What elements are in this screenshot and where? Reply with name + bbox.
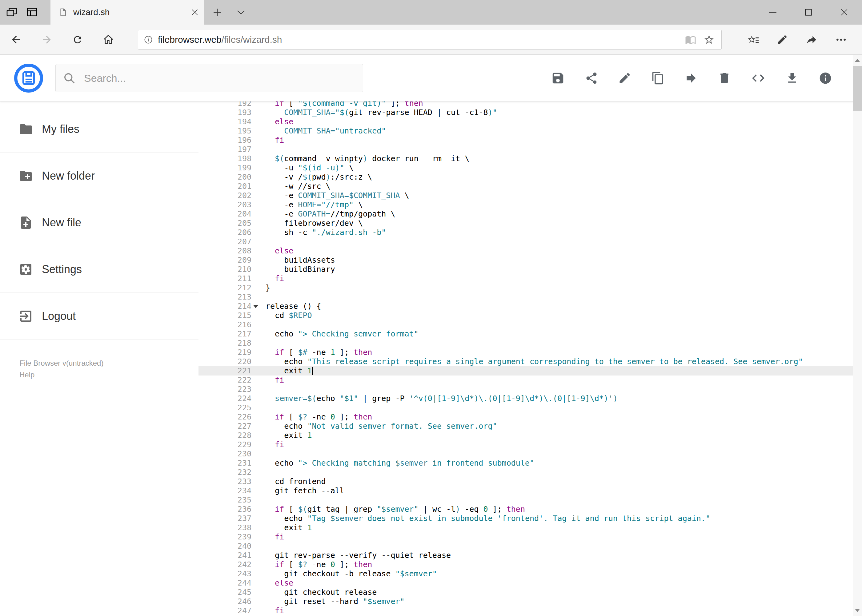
code-line[interactable]: 218 [199,339,853,348]
browser-tab[interactable]: wizard.sh [50,0,204,25]
code-line[interactable]: 197 [199,145,853,154]
code-line[interactable]: 215 cd $REPO [199,311,853,320]
share-icon[interactable] [805,33,818,46]
code-line[interactable]: 213 [199,292,853,302]
code-line[interactable]: 225 [199,403,853,412]
site-info-icon[interactable] [144,35,153,44]
maximize-button[interactable] [791,0,826,25]
sidebar-item-new-folder[interactable]: New folder [0,152,199,199]
share-file-button[interactable] [585,71,598,85]
code-line[interactable]: 240 [199,542,853,551]
code-line[interactable]: 239 fi [199,532,853,542]
web-note-pen-icon[interactable] [777,34,788,46]
search-box[interactable] [55,64,363,92]
code-line[interactable]: 202 -e COMMIT_SHA=$COMMIT_SHA \ [199,191,853,200]
code-line[interactable]: 223 [199,385,853,394]
code-line[interactable]: 210 buildBinary [199,265,853,274]
code-view-button[interactable] [751,71,766,85]
tab-close-icon[interactable] [191,8,199,16]
code-line[interactable]: 224 semver=$(echo "$1" | grep -P '^v(0|[… [199,394,853,403]
code-line[interactable]: 198 $(command -v winpty) docker run --rm… [199,154,853,163]
code-line[interactable]: 230 [199,449,853,459]
code-line[interactable]: 245 git checkout release [199,588,853,597]
code-line[interactable]: 221 exit 1 [199,366,853,376]
search-input[interactable] [84,72,349,85]
code-line[interactable]: 192 if [ "$(command -v git)" ]; then [199,102,853,108]
code-line[interactable]: 194 else [199,117,853,126]
code-line[interactable]: 219 if [ $# -ne 1 ]; then [199,348,853,357]
move-button[interactable] [684,71,698,85]
code-line[interactable]: 196 fi [199,136,853,145]
code-line[interactable]: 227 echo "Not valid semver format. See s… [199,422,853,431]
code-line[interactable]: 214release () { [199,302,853,311]
code-line[interactable]: 233 cd frontend [199,477,853,486]
scrollbar-thumb[interactable] [853,66,862,111]
reading-view-icon[interactable] [685,34,696,45]
code-line[interactable]: 229 fi [199,440,853,449]
code-line[interactable]: 235 [199,495,853,504]
code-line[interactable]: 226 if [ $? -ne 0 ]; then [199,412,853,422]
code-line[interactable]: 234 git fetch --all [199,486,853,495]
forward-button[interactable] [35,28,58,51]
tab-preview-icon[interactable] [26,6,38,19]
sidebar-item-new-file[interactable]: New file [0,199,199,246]
code-line[interactable]: 246 git reset --hard "$semver" [199,597,853,606]
more-options-icon[interactable] [835,33,847,46]
code-line[interactable]: 241 git rev-parse --verify --quiet relea… [199,551,853,560]
code-line[interactable]: 201 -w //src \ [199,182,853,191]
scroll-down-icon[interactable] [853,605,862,616]
refresh-button[interactable] [66,28,89,51]
code-line[interactable]: 244 else [199,578,853,588]
rename-edit-button[interactable] [618,71,632,85]
code-line[interactable]: 203 -e HOME="//tmp" \ [199,200,853,209]
help-link[interactable]: Help [19,369,199,381]
code-line[interactable]: 220 echo "This release script requires a… [199,357,853,366]
code-line[interactable]: 238 exit 1 [199,523,853,532]
code-line[interactable]: 242 if [ $? -ne 0 ]; then [199,560,853,569]
code-line[interactable]: 208 else [199,246,853,256]
code-line[interactable]: 212} [199,283,853,292]
fold-marker-icon[interactable] [253,305,258,308]
code-line[interactable]: 204 -e GOPATH=//tmp/gopath \ [199,209,853,218]
filebrowser-logo-icon[interactable] [14,63,44,93]
sidebar-item-logout[interactable]: Logout [0,293,199,339]
delete-button[interactable] [718,71,731,85]
code-line[interactable]: 237 echo "Tag $semver does not exist in … [199,514,853,523]
code-line[interactable]: 243 git checkout -b release "$semver" [199,569,853,578]
info-button[interactable] [819,71,832,85]
download-button[interactable] [785,71,799,85]
code-line[interactable]: 207 [199,237,853,246]
save-button[interactable] [551,71,565,85]
code-editor[interactable]: 192 if [ "$(command -v git)" ]; then193 … [199,102,853,616]
tabs-set-aside-icon[interactable] [6,6,18,19]
code-line[interactable]: 209 buildAssets [199,256,853,265]
scroll-up-icon[interactable] [853,55,862,66]
code-line[interactable]: 211 fi [199,274,853,283]
code-line[interactable]: 206 sh -c "./wizard.sh -b" [199,228,853,237]
sidebar-item-settings[interactable]: Settings [0,246,199,293]
code-line[interactable]: 236 if [ $(git tag | grep "$semver" | wc… [199,504,853,514]
code-line[interactable]: 193 COMMIT_SHA="$(git rev-parse HEAD | c… [199,108,853,117]
home-button[interactable] [97,28,120,51]
copy-button[interactable] [651,71,665,85]
code-line[interactable]: 232 [199,468,853,477]
url-bar[interactable]: filebrowser.web/files/wizard.sh [138,30,722,50]
code-line[interactable]: 200 -v /$(pwd):/src:z \ [199,173,853,182]
minimize-button[interactable] [755,0,791,25]
new-tab-button[interactable] [212,7,223,19]
code-line[interactable]: 216 [199,320,853,329]
code-line[interactable]: 199 -u "$(id -u)" \ [199,163,853,173]
hub-favorites-icon[interactable] [747,33,759,46]
tab-previews-chevron-icon[interactable] [236,9,246,16]
code-line[interactable]: 222 fi [199,376,853,385]
back-button[interactable] [4,28,28,51]
code-line[interactable]: 195 COMMIT_SHA="untracked" [199,126,853,136]
code-line[interactable]: 228 exit 1 [199,431,853,440]
close-window-button[interactable] [826,0,862,25]
code-line[interactable]: 205 filebrowser/dev \ [199,218,853,228]
vertical-scrollbar[interactable] [853,55,862,616]
code-line[interactable]: 231 echo "> Checking matching $semver in… [199,459,853,468]
code-line[interactable]: 217 echo "> Checking semver format" [199,329,853,339]
favorite-star-icon[interactable] [703,34,715,45]
sidebar-item-my-files[interactable]: My files [0,106,199,152]
